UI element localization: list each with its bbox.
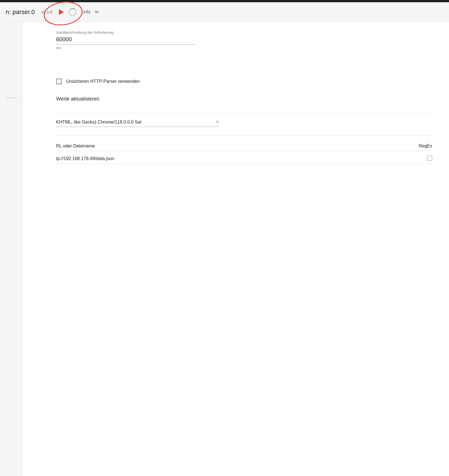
loading-indicator [68, 8, 76, 16]
bottom-spacer [56, 164, 432, 276]
table-regex-value [398, 156, 432, 161]
col-regex-header: RegEx [398, 144, 432, 149]
table-header: RL oder Dateiname RegEx [56, 141, 432, 151]
edit-button[interactable]: ✏ [95, 9, 99, 15]
update-section: Werte aktualisieren [56, 96, 432, 102]
version-label: v2.1.0 [42, 10, 52, 14]
timeout-unit: ms [56, 46, 432, 50]
main-layout: Zeitüberschreitung der Anforderung 60000… [0, 22, 449, 476]
checkbox-label: Unsicheren HTTP-Parser verwenden [66, 78, 140, 85]
timeout-label: Zeitüberschreitung der Anforderung [56, 30, 432, 35]
sidebar [0, 22, 22, 476]
unsafe-parser-checkbox[interactable] [56, 79, 62, 84]
close-icon[interactable]: × [216, 119, 219, 125]
user-agent-section: KHTML, like Gecko) Chrome/118.0.0.0 Sat … [56, 119, 432, 127]
update-label: Werte aktualisieren [56, 96, 432, 102]
timeout-value[interactable]: 60000 [56, 36, 196, 45]
table-row: tp://192.168.178.49/data.json [56, 153, 432, 164]
play-button[interactable] [57, 7, 66, 17]
page-title: n: parser.0 [6, 8, 35, 16]
main-content: Zeitüberschreitung der Anforderung 60000… [22, 22, 449, 476]
user-agent-value: KHTML, like Gecko) Chrome/118.0.0.0 Sat [56, 120, 214, 125]
col-url-header: RL oder Dateiname [56, 144, 398, 149]
regex-checkbox[interactable] [427, 156, 432, 161]
table-divider [56, 135, 432, 136]
user-agent-row: KHTML, like Gecko) Chrome/118.0.0.0 Sat … [56, 119, 219, 127]
info-label: info [83, 10, 90, 15]
top-bar [0, 0, 449, 2]
main-divider [56, 113, 432, 113]
table-url-value: tp://192.168.178.49/data.json [56, 156, 398, 161]
timeout-section: Zeitüberschreitung der Anforderung 60000… [56, 30, 432, 50]
play-icon [59, 9, 64, 15]
spacer-1 [56, 61, 432, 78]
checkbox-section: Unsicheren HTTP-Parser verwenden [56, 78, 432, 85]
header: n: parser.0 v2.1.0 info ✏ [0, 2, 449, 22]
